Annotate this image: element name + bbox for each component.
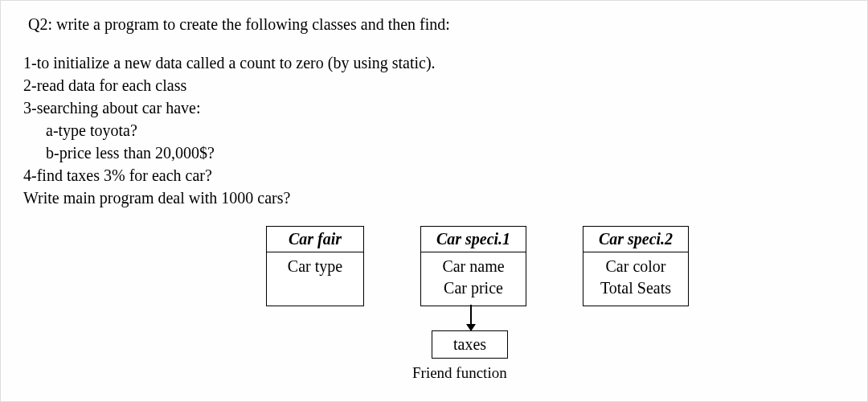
car-speci2-attr-1: Car color	[600, 256, 671, 277]
req-4: 4-find taxes 3% for each car?	[23, 164, 845, 187]
box-car-speci1-body: Car name Car price	[429, 252, 517, 306]
box-taxes: taxes	[432, 330, 508, 359]
box-car-fair: Car fair Car type	[266, 226, 364, 306]
box-car-speci1-header: Car speci.1	[421, 227, 526, 252]
req-1: 1-to initialize a new data called a coun…	[23, 51, 845, 74]
car-speci1-attr-1: Car name	[442, 256, 504, 277]
box-car-fair-body: Car type	[275, 252, 355, 284]
box-car-fair-header: Car fair	[267, 227, 363, 252]
question-title: Q2: write a program to create the follow…	[28, 15, 845, 34]
req-2: 2-read data for each class	[23, 74, 845, 96]
box-car-speci2-header: Car speci.2	[583, 227, 688, 252]
car-fair-attr-1: Car type	[288, 256, 342, 277]
box-car-speci2: Car speci.2 Car color Total Seats	[583, 226, 689, 306]
taxes-label: taxes	[453, 335, 486, 353]
requirements-list: 1-to initialize a new data called a coun…	[23, 51, 845, 209]
req-3b: b-price less than 20,000$?	[23, 142, 845, 164]
req-5: Write main program deal with 1000 cars?	[23, 187, 845, 209]
box-car-speci1: Car speci.1 Car name Car price	[420, 226, 526, 306]
req-3: 3-searching about car have:	[23, 96, 845, 119]
question-content: Q2: write a program to create the follow…	[1, 1, 867, 209]
car-speci1-attr-2: Car price	[442, 277, 504, 299]
box-car-speci2-body: Car color Total Seats	[588, 252, 684, 306]
friend-function-caption: Friend function	[412, 364, 507, 382]
req-3a: a-type toyota?	[23, 119, 845, 142]
car-speci2-attr-2: Total Seats	[600, 277, 671, 299]
